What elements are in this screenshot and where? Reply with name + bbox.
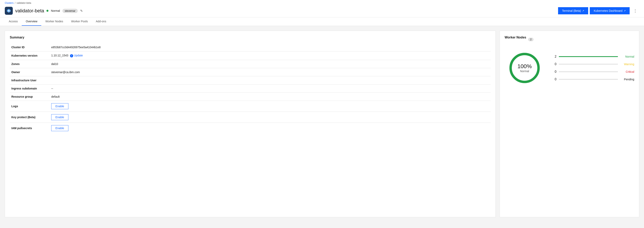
warning-bar-container bbox=[559, 64, 618, 64]
label-ingress: Ingress subdomain bbox=[10, 84, 50, 92]
summary-title: Summary bbox=[10, 36, 491, 39]
worker-nodes-panel: Worker Nodes 2 100% Normal bbox=[500, 31, 639, 217]
status-item-pending: 0 Pending bbox=[552, 78, 634, 81]
value-zones: dal10 bbox=[50, 60, 491, 68]
value-ingress: -- bbox=[50, 84, 491, 92]
header-actions: Terminal (Beta) ↗ Kubernetes Dashboard ↗… bbox=[558, 7, 639, 14]
label-infra-user: Infrastructure User bbox=[10, 76, 50, 84]
update-link[interactable]: Update bbox=[74, 54, 83, 57]
value-logs: Enable bbox=[50, 101, 491, 112]
value-infra-user bbox=[50, 76, 491, 84]
label-cluster-id: Cluster ID bbox=[10, 43, 50, 52]
tab-worker-nodes[interactable]: Worker Nodes bbox=[41, 17, 67, 26]
tab-worker-pools[interactable]: Worker Pools bbox=[67, 17, 92, 26]
status-item-critical: 0 Critical bbox=[552, 70, 634, 74]
label-logs: Logs bbox=[10, 101, 50, 112]
tab-access[interactable]: Access bbox=[5, 17, 22, 26]
edit-icon[interactable]: ✎ bbox=[80, 9, 83, 13]
normal-bar bbox=[559, 56, 618, 57]
breadcrumb-current: validator-beta bbox=[16, 2, 31, 4]
tab-overview[interactable]: Overview bbox=[22, 17, 41, 26]
status-item-normal: 2 Normal bbox=[552, 55, 634, 58]
status-item-warning: 0 Warning bbox=[552, 62, 634, 66]
donut-center: 100% Normal bbox=[518, 63, 532, 73]
warning-label: Warning bbox=[620, 62, 634, 66]
worker-nodes-count: 2 bbox=[528, 38, 534, 41]
key-protect-enable-button[interactable]: Enable bbox=[51, 114, 68, 120]
normal-label: Normal bbox=[620, 55, 634, 58]
worker-nodes-header: Worker Nodes 2 bbox=[505, 36, 634, 43]
table-row: Ingress subdomain -- bbox=[10, 84, 491, 92]
critical-bar-container bbox=[559, 71, 618, 72]
donut-percent: 100% bbox=[518, 63, 532, 70]
logs-enable-button[interactable]: Enable bbox=[51, 103, 68, 109]
table-row: Kubernetes version 1.10.12_1543 i Update bbox=[10, 52, 491, 60]
external-link-icon: ↗ bbox=[582, 9, 584, 12]
table-row: Owner stevemar@ca.ibm.com bbox=[10, 68, 491, 76]
pending-count: 0 bbox=[552, 78, 556, 81]
status-list: 2 Normal 0 Warning 0 bbox=[552, 55, 634, 81]
label-iam-pullsecrets: IAM pullsecrets bbox=[10, 122, 50, 134]
value-k8s-version: 1.10.12_1543 i Update bbox=[50, 52, 491, 60]
normal-bar-container bbox=[559, 56, 618, 57]
table-row: Cluster ID e853b87cc0d44926975ee5a41044b… bbox=[10, 43, 491, 52]
breadcrumb-separator: / bbox=[15, 2, 15, 4]
label-resource-group: Resource group bbox=[10, 92, 50, 101]
summary-panel: Summary Cluster ID e853b87cc0d44926975ee… bbox=[5, 31, 496, 217]
more-options-button[interactable]: ⋮ bbox=[631, 7, 639, 14]
table-row: Logs Enable bbox=[10, 101, 491, 112]
donut-chart: 100% Normal bbox=[505, 48, 544, 88]
cluster-logo bbox=[5, 7, 13, 15]
donut-label: Normal bbox=[520, 70, 529, 73]
summary-table: Cluster ID e853b87cc0d44926975ee5a41044b… bbox=[10, 43, 491, 134]
critical-count: 0 bbox=[552, 70, 556, 74]
label-k8s-version: Kubernetes version bbox=[10, 52, 50, 60]
critical-label: Critical bbox=[620, 70, 634, 73]
info-icon[interactable]: i bbox=[70, 54, 73, 58]
pending-label: Pending bbox=[620, 78, 634, 81]
user-badge: stevemar bbox=[62, 9, 78, 13]
status-indicator bbox=[46, 10, 48, 12]
main-content: Summary Cluster ID e853b87cc0d44926975ee… bbox=[0, 26, 644, 222]
value-owner: stevemar@ca.ibm.com bbox=[50, 68, 491, 76]
nav-tabs: Access Overview Worker Nodes Worker Pool… bbox=[0, 17, 644, 26]
table-row: Resource group default bbox=[10, 92, 491, 101]
label-key-protect: Key protect (Beta) bbox=[10, 112, 50, 122]
worker-nodes-content: 100% Normal 2 Normal 0 bbox=[505, 48, 634, 88]
label-zones: Zones bbox=[10, 60, 50, 68]
pending-bar-container bbox=[559, 79, 618, 80]
worker-nodes-title: Worker Nodes bbox=[505, 36, 526, 39]
tab-add-ons[interactable]: Add-ons bbox=[92, 17, 110, 26]
kubernetes-dashboard-button[interactable]: Kubernetes Dashboard ↗ bbox=[590, 7, 630, 14]
breadcrumb-clusters[interactable]: Clusters bbox=[5, 2, 14, 4]
normal-count: 2 bbox=[552, 55, 556, 58]
table-row: Key protect (Beta) Enable bbox=[10, 112, 491, 122]
value-cluster-id: e853b87cc0d44926975ee5a41044b1e8 bbox=[50, 43, 491, 52]
cluster-status-label: Normal bbox=[51, 9, 60, 12]
cluster-name: validator-beta bbox=[15, 8, 44, 14]
terminal-button[interactable]: Terminal (Beta) ↗ bbox=[558, 7, 588, 14]
value-key-protect: Enable bbox=[50, 112, 491, 122]
table-row: Zones dal10 bbox=[10, 60, 491, 68]
table-row: Infrastructure User bbox=[10, 76, 491, 84]
table-row: IAM pullsecrets Enable bbox=[10, 122, 491, 134]
external-link-icon-2: ↗ bbox=[624, 9, 626, 12]
svg-point-1 bbox=[8, 10, 10, 12]
warning-count: 0 bbox=[552, 62, 556, 66]
value-iam-pullsecrets: Enable bbox=[50, 122, 491, 134]
label-owner: Owner bbox=[10, 68, 50, 76]
iam-pullsecrets-enable-button[interactable]: Enable bbox=[51, 125, 68, 131]
value-resource-group: default bbox=[50, 92, 491, 101]
